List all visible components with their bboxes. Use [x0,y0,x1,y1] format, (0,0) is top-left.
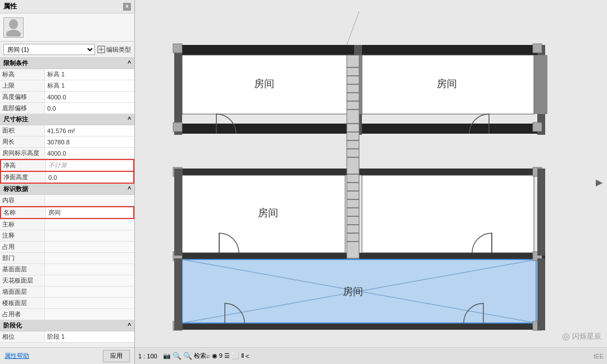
avatar [3,17,24,38]
main-window: 属性 × 房间 (1) [0,0,607,364]
svg-point-1 [6,30,21,37]
status-bar: 1 : 100 📷 🔍 🔍 检索⌕ ◉ 9 ☰ ⬜ Ⅱ < tEE [135,347,607,364]
collapse-icon[interactable]: < [246,353,249,360]
prop-row-zhuShi: 注释 [0,230,134,242]
prop-row-xiangWei: 相位 阶段 1 [0,331,134,343]
panel-title-bar: 属性 × [0,0,134,13]
svg-rect-67 [537,169,545,256]
prop-row-shangXian: 上限 标高 1 [0,80,134,92]
svg-rect-66 [174,169,182,256]
svg-rect-56 [173,44,182,53]
prop-row-mingCheng-highlighted: 名称 房间 [0,206,134,219]
phasing-arrow: ^ [128,322,131,329]
type-dropdown[interactable]: 房间 (1) [3,44,95,55]
svg-line-46 [347,11,359,45]
hide-icon[interactable]: ⬜ [232,352,239,360]
section-phasing[interactable]: 阶段化 ^ [0,320,134,331]
zoom-icon1[interactable]: 🔍 [173,352,182,360]
avatar-area [0,13,134,42]
prop-row-neiRong: 内容 [0,195,134,206]
svg-rect-8 [174,253,545,260]
status-icons: 📷 🔍 🔍 检索⌕ ◉ 9 ☰ ⬜ Ⅱ < [163,352,250,360]
image-icon[interactable]: ☰ [224,352,230,360]
svg-text:房间: 房间 [254,78,274,89]
prop-row-gaoDuPianYi: 高度偏移 4000.0 [0,92,134,103]
prop-row-dibuPianYi: 底部偏移 0.0 [0,103,134,114]
search-icon[interactable]: 检索⌕ [194,352,210,360]
svg-rect-7 [174,169,545,175]
prop-row-jingMianGaoDu-highlighted: 净面高度 0.0 [0,172,134,184]
prop-row-zhuBiao: 主标 [0,219,134,230]
identity-arrow: ^ [128,186,131,192]
svg-rect-10 [174,45,182,135]
panel-close-button[interactable]: × [123,3,131,11]
section-dimensions[interactable]: 尺寸标注 ^ [0,114,134,125]
prop-row-biaoShiGaoDu: 房间标示高度 4000.0 [0,148,134,159]
nine-icon[interactable]: ◉ 9 [212,352,223,360]
watermark-icon: ◎ [562,331,570,342]
svg-text:房间: 房间 [437,78,457,89]
prop-row-qiangMian: 墙面面层 [0,286,134,298]
svg-rect-57 [533,44,542,53]
scale-label: 1 : 100 [138,353,157,360]
right-arrow-button[interactable]: ▶ [596,177,603,188]
svg-text:房间: 房间 [258,207,278,219]
properties-scroll[interactable]: 限制条件 ^ 标高 标高 1 上限 标高 1 高度偏移 4000.0 底部偏移 [0,58,134,347]
svg-rect-68 [174,258,182,330]
svg-point-0 [9,19,18,29]
svg-text:房间: 房间 [343,286,363,297]
svg-rect-48 [362,175,534,253]
svg-rect-58 [173,122,182,131]
svg-rect-69 [537,258,545,330]
properties-panel: 属性 × 房间 (1) [0,0,135,364]
prop-row-tianHuaBan: 天花板面层 [0,275,134,286]
prop-row-buMen: 部门 [0,253,134,264]
prop-row-zhouChang: 周长 30780.8 [0,136,134,148]
properties-bottom-bar: 属性帮助 应用 [0,347,134,364]
zoom-icon2[interactable]: 🔍 [183,352,192,360]
edit-icon [97,46,105,53]
section-identity[interactable]: 标识数据 ^ [0,184,134,195]
drawing-area[interactable]: 房间 房间 [135,0,607,364]
watermark-text: 闪烁星辰 [572,331,601,342]
edit-type-button[interactable]: 编辑类型 [97,46,131,54]
watermark: ◎ 闪烁星辰 [562,331,601,342]
prop-row-jingGao-highlighted: 净高 不计算 [0,159,134,172]
constraints-arrow: ^ [128,60,131,66]
properties-help-button[interactable]: 属性帮助 [4,352,29,360]
floor-plan-svg: 房间 房间 [169,11,551,331]
prop-row-zhanYong: 占用 [0,242,134,253]
prop-row-mianJi: 面积 41.576 m² [0,125,134,136]
dimensions-arrow: ^ [128,116,131,122]
prop-row-louBan: 楼板面层 [0,298,134,309]
prop-row-zhanYongZhe: 占用者 [0,309,134,320]
prop-row-jiMian: 基面面层 [0,264,134,275]
status-right-label: tEE [594,353,604,360]
prop-row-biaoGao: 标高 标高 1 [0,69,134,80]
camera-icon[interactable]: 📷 [163,352,171,360]
svg-rect-9 [174,323,545,330]
apply-button[interactable]: 应用 [103,350,130,362]
view-icon[interactable]: Ⅱ [241,352,244,360]
section-constraints[interactable]: 限制条件 ^ [0,58,134,69]
svg-rect-59 [533,122,542,131]
type-selector-row: 房间 (1) 编辑类型 [0,42,134,58]
panel-title-label: 属性 [3,2,17,11]
